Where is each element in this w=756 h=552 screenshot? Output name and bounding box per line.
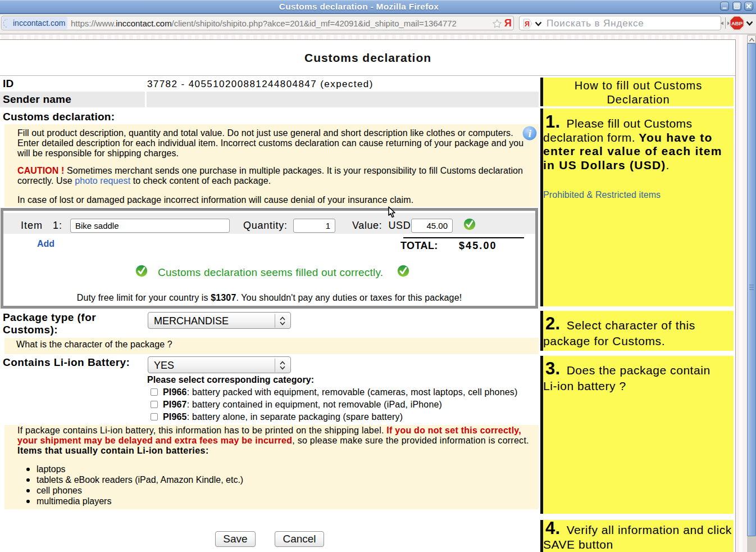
svg-text:Я: Я — [525, 20, 530, 28]
svg-text:ABP: ABP — [731, 20, 743, 26]
svg-text:i: i — [529, 128, 532, 139]
